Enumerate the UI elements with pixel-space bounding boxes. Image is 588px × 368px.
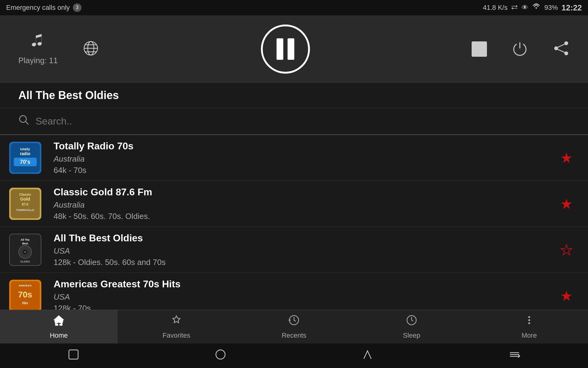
sleep-icon: [405, 314, 418, 329]
svg-text:radio: radio: [20, 151, 30, 156]
station-item-3[interactable]: All The Best OLDIES All The Best Oldies …: [0, 227, 588, 273]
nav-home[interactable]: Home: [0, 310, 118, 343]
station-logo-4: America's 70s Hits: [9, 280, 41, 312]
station-bitrate-2: 48k - 50s. 60s. 70s. Oldies.: [54, 212, 554, 221]
favorite-button-3[interactable]: ★: [554, 239, 579, 261]
home-icon: [53, 314, 65, 329]
station-logo-1: totally radio 70's: [9, 142, 41, 174]
emergency-text: Emergency calls only: [6, 4, 70, 12]
station-info-2: Classic Gold 87.6 Fm Australia 48k - 50s…: [54, 186, 554, 221]
wifi-icon: [532, 3, 541, 12]
station-info-1: Totally Radio 70s Australia 64k - 70s: [54, 140, 554, 175]
station-item-1[interactable]: totally radio 70's Totally Radio 70s Aus…: [0, 135, 588, 181]
svg-point-47: [216, 350, 225, 359]
station-name-3: All The Best Oldies: [54, 232, 554, 244]
favorite-button-1[interactable]: ★: [554, 147, 579, 169]
time-display: 12:22: [562, 3, 582, 13]
playing-text: Playing: 11: [18, 56, 58, 65]
svg-text:70s: 70s: [18, 290, 32, 299]
svg-text:Hits: Hits: [22, 301, 28, 305]
station-item-2[interactable]: Classic Gold 87.6 TOWNSVILLE Classic Gol…: [0, 181, 588, 227]
station-bitrate-1: 64k - 70s: [54, 166, 554, 175]
notification-badge: 3: [73, 3, 81, 12]
android-menu-button[interactable]: [508, 348, 521, 363]
svg-text:Gold: Gold: [20, 197, 30, 201]
svg-text:Best: Best: [22, 242, 28, 245]
favorites-icon: [170, 314, 183, 329]
station-logo-3: All The Best OLDIES: [9, 234, 41, 266]
recents-icon: [288, 314, 300, 329]
globe-icon[interactable]: [82, 40, 99, 58]
svg-text:Classic: Classic: [19, 193, 31, 196]
svg-text:America's: America's: [19, 284, 32, 287]
header-left-group: Playing: 11: [18, 33, 99, 65]
station-info-4: Americas Greatest 70s Hits USA 128k - 70…: [54, 278, 554, 313]
music-icon[interactable]: [30, 33, 47, 53]
bluetooth-icon: ⮂: [511, 4, 518, 12]
station-logo-2: Classic Gold 87.6 TOWNSVILLE: [9, 188, 41, 220]
status-left: Emergency calls only 3: [6, 3, 81, 12]
status-bar: Emergency calls only 3 41.8 K/s ⮂ 👁 93% …: [0, 0, 588, 15]
nav-more-label: More: [522, 332, 537, 339]
station-country-1: Australia: [54, 154, 554, 164]
android-nav: [0, 343, 588, 368]
android-back-button[interactable]: [67, 348, 80, 363]
eye-icon: 👁: [522, 4, 528, 12]
svg-point-45: [528, 322, 530, 324]
nav-sleep-label: Sleep: [403, 332, 420, 339]
now-playing-bar: All The Best Oldies: [0, 83, 588, 108]
favorite-button-2[interactable]: ★: [554, 193, 579, 215]
now-playing-title: All The Best Oldies: [18, 89, 119, 102]
search-input[interactable]: [36, 116, 570, 127]
svg-point-29: [24, 251, 26, 253]
svg-text:totally: totally: [20, 147, 30, 151]
nav-favorites-label: Favorites: [163, 332, 190, 339]
station-country-2: Australia: [54, 200, 554, 210]
favorite-button-4[interactable]: ★: [554, 285, 579, 307]
android-recents-button[interactable]: [361, 348, 374, 363]
nav-favorites[interactable]: Favorites: [118, 310, 235, 343]
battery-indicator: 93%: [544, 4, 558, 12]
svg-text:OLDIES: OLDIES: [20, 260, 30, 263]
station-bitrate-3: 128k - Oldies. 50s. 60s and 70s: [54, 258, 554, 267]
pause-button[interactable]: [261, 25, 310, 74]
nav-home-label: Home: [50, 332, 68, 339]
status-right: 41.8 K/s ⮂ 👁 93% 12:22: [483, 3, 582, 13]
svg-point-44: [528, 319, 530, 321]
svg-text:TOWNSVILLE: TOWNSVILLE: [16, 209, 34, 212]
share-button[interactable]: [553, 40, 570, 58]
svg-line-11: [25, 121, 28, 125]
station-country-4: USA: [54, 292, 554, 302]
svg-rect-39: [57, 323, 61, 324]
nav-more[interactable]: More: [470, 310, 588, 343]
svg-text:70's: 70's: [20, 159, 30, 165]
power-button[interactable]: [511, 40, 528, 58]
player-header: Playing: 11: [0, 15, 588, 83]
svg-text:87.6: 87.6: [22, 202, 28, 206]
svg-line-9: [557, 49, 565, 53]
station-name-4: Americas Greatest 70s Hits: [54, 278, 554, 290]
player-right-controls: [472, 40, 570, 58]
station-name-2: Classic Gold 87.6 Fm: [54, 186, 554, 198]
svg-text:All The: All The: [21, 238, 30, 241]
station-country-3: USA: [54, 246, 554, 256]
svg-point-43: [528, 316, 530, 318]
nav-recents[interactable]: Recents: [235, 310, 353, 343]
svg-rect-40: [54, 320, 63, 320]
more-icon: [523, 314, 535, 329]
station-name-1: Totally Radio 70s: [54, 140, 554, 152]
station-info-3: All The Best Oldies USA 128k - Oldies. 5…: [54, 232, 554, 267]
nav-sleep[interactable]: Sleep: [353, 310, 470, 343]
bottom-nav: Home Favorites Recents Sleep: [0, 310, 588, 343]
svg-point-10: [20, 116, 26, 122]
stop-button[interactable]: [472, 41, 487, 57]
svg-line-8: [557, 44, 565, 48]
pause-icon: [277, 38, 294, 60]
svg-rect-46: [69, 350, 78, 359]
station-list: totally radio 70's Totally Radio 70s Aus…: [0, 135, 588, 319]
nav-recents-label: Recents: [282, 332, 307, 339]
android-home-button[interactable]: [214, 348, 227, 363]
search-bar: [0, 108, 588, 135]
search-icon: [18, 114, 29, 128]
speed-indicator: 41.8 K/s: [483, 4, 508, 12]
